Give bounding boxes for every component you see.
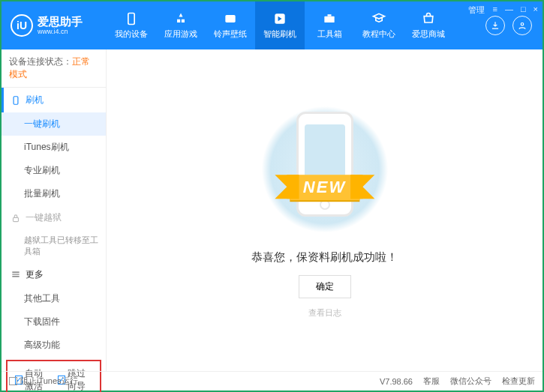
app-name: 爱思助手 xyxy=(38,16,83,28)
version-label: V7.98.66 xyxy=(380,377,413,386)
footer-service[interactable]: 客服 xyxy=(423,376,440,387)
svg-rect-7 xyxy=(14,217,19,221)
view-log-link[interactable]: 查看日志 xyxy=(308,307,341,319)
close-button[interactable]: × xyxy=(533,4,538,16)
title-bar: 管理 ≡ — □ × iU 爱思助手 www.i4.cn 我的设备 应用游戏 铃… xyxy=(2,1,542,49)
nav-tutorial[interactable]: 教程中心 xyxy=(354,1,404,49)
sidebar-item-batch[interactable]: 批量刷机 xyxy=(2,182,106,205)
footer-wechat[interactable]: 微信公众号 xyxy=(450,376,491,387)
nav-my-device[interactable]: 我的设备 xyxy=(107,1,156,49)
nav-apps[interactable]: 应用游戏 xyxy=(156,1,206,49)
success-illustration: NEW xyxy=(257,102,392,237)
section-jailbreak: 一键越狱 xyxy=(2,205,106,230)
phone-icon xyxy=(11,95,21,106)
window-controls: 管理 ≡ — □ × xyxy=(468,4,538,16)
jailbreak-note: 越狱工具已转移至工具箱 xyxy=(2,230,106,262)
svg-rect-4 xyxy=(328,14,332,16)
sidebar-item-itunes[interactable]: iTunes刷机 xyxy=(2,136,106,159)
svg-rect-6 xyxy=(14,96,18,104)
app-url: www.i4.cn xyxy=(38,28,83,35)
svg-point-5 xyxy=(521,23,524,26)
svg-rect-0 xyxy=(128,13,134,25)
sidebar-item-advanced[interactable]: 高级功能 xyxy=(2,334,106,357)
menu-button[interactable]: ≡ xyxy=(492,4,497,16)
user-icon[interactable] xyxy=(512,16,532,35)
download-icon[interactable] xyxy=(485,16,505,35)
sidebar: 设备连接状态：正常模式 刷机 一键刷机 iTunes刷机 专业刷机 批量刷机 一… xyxy=(2,49,107,371)
nav-store[interactable]: 爱思商城 xyxy=(404,1,453,49)
header-actions xyxy=(485,16,542,35)
sidebar-item-download-fw[interactable]: 下载固件 xyxy=(2,310,106,334)
sidebar-item-other[interactable]: 其他工具 xyxy=(2,287,106,310)
menu-icon xyxy=(11,269,21,280)
svg-rect-1 xyxy=(225,15,235,22)
device-status: 设备连接状态：正常模式 xyxy=(2,49,106,88)
main-content: NEW 恭喜您，保资料刷机成功啦！ 确定 查看日志 xyxy=(107,49,542,371)
maximize-button[interactable]: □ xyxy=(521,4,526,16)
minimize-button[interactable]: — xyxy=(505,4,513,16)
main-nav: 我的设备 应用游戏 铃声壁纸 智能刷机 工具箱 教程中心 爱思商城 xyxy=(107,1,485,49)
sidebar-item-oneclick[interactable]: 一键刷机 xyxy=(2,112,106,136)
block-itunes-checkbox[interactable]: 阻止iTunes运行 xyxy=(9,376,78,387)
new-ribbon: NEW xyxy=(290,175,359,201)
section-more[interactable]: 更多 xyxy=(2,262,106,287)
status-bar: 阻止iTunes运行 V7.98.66 客服 微信公众号 检查更新 xyxy=(2,371,542,391)
logo-icon: iU xyxy=(11,14,33,37)
svg-rect-3 xyxy=(324,16,334,22)
success-message: 恭喜您，保资料刷机成功啦！ xyxy=(251,250,398,265)
mgmt-button[interactable]: 管理 xyxy=(468,4,485,16)
section-flash[interactable]: 刷机 xyxy=(2,88,106,112)
nav-toolbox[interactable]: 工具箱 xyxy=(305,1,354,49)
sidebar-item-pro[interactable]: 专业刷机 xyxy=(2,159,106,182)
lock-icon xyxy=(11,213,21,223)
nav-ringtones[interactable]: 铃声壁纸 xyxy=(206,1,255,49)
footer-update[interactable]: 检查更新 xyxy=(502,376,535,387)
ok-button[interactable]: 确定 xyxy=(299,275,351,298)
logo: iU 爱思助手 www.i4.cn xyxy=(2,14,107,37)
nav-flash[interactable]: 智能刷机 xyxy=(255,1,305,49)
